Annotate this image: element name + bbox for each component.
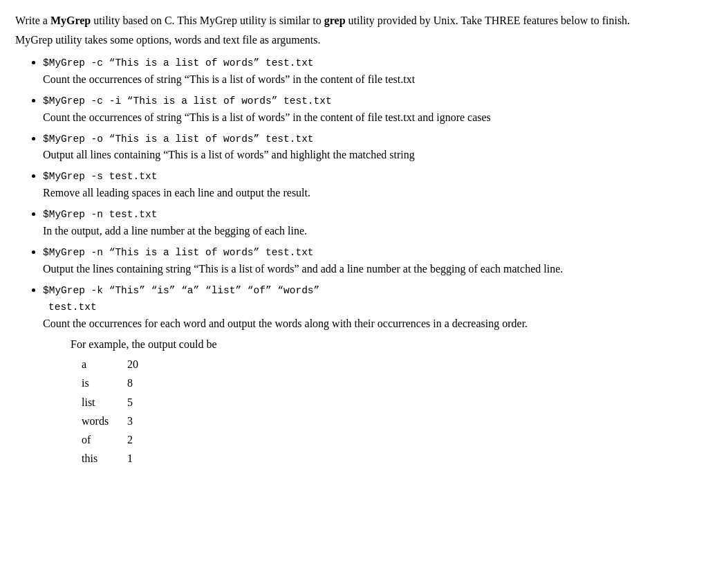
item-desc: Count the occurrences of string “This is… <box>43 73 415 85</box>
intro-pre: Write a <box>15 15 50 26</box>
item-desc: Count the occurrences for each word and … <box>43 318 528 329</box>
example-num: 20 <box>127 355 148 374</box>
example-row: this1 <box>82 449 693 468</box>
item-code-line2: test.txt <box>48 302 97 313</box>
intro-bold1: MyGrep <box>50 15 91 26</box>
item-code: $MyGrep -o “This is a list of words” tes… <box>43 134 314 145</box>
item-desc: In the output, add a line number at the … <box>43 225 307 237</box>
item-desc: Output all lines containing “This is a l… <box>43 149 415 160</box>
example-row: words3 <box>82 412 693 430</box>
item-desc: Output the lines containing string “This… <box>43 263 563 275</box>
example-block: For example, the output could bea20is8li… <box>71 335 693 468</box>
example-word: is <box>82 374 116 392</box>
list-item: $MyGrep -k “This” “is” “a” “list” “of” “… <box>43 282 693 468</box>
item-code: $MyGrep -n “This is a list of words” tes… <box>43 247 314 258</box>
example-intro: For example, the output could be <box>71 335 693 353</box>
example-word: this <box>82 449 116 468</box>
intro-bold2: grep <box>324 15 346 26</box>
subtitle: MyGrep utility takes some options, words… <box>15 32 693 48</box>
list-item: $MyGrep -c -i “This is a list of words” … <box>43 92 693 126</box>
list-item: $MyGrep -c “This is a list of words” tes… <box>43 54 693 88</box>
example-num: 8 <box>127 374 148 392</box>
example-num: 2 <box>127 430 148 449</box>
features-list: $MyGrep -c “This is a list of words” tes… <box>15 54 693 468</box>
intro-end: utility provided by Unix. Take THREE fea… <box>346 15 631 26</box>
list-item: $MyGrep -n “This is a list of words” tes… <box>43 244 693 277</box>
example-word: a <box>82 355 116 374</box>
example-word: list <box>82 393 116 412</box>
list-item: $MyGrep -s test.txtRemove all leading sp… <box>43 167 693 201</box>
page-content: Write a MyGrep utility based on C. This … <box>15 12 693 468</box>
example-num: 3 <box>127 412 148 430</box>
item-code-line1: $MyGrep -k “This” “is” “a” “list” “of” “… <box>43 285 319 296</box>
item-desc: Count the occurrences of string “This is… <box>43 111 491 123</box>
example-row: is8 <box>82 374 693 392</box>
example-word: words <box>82 412 116 430</box>
list-item: $MyGrep -n test.txtIn the output, add a … <box>43 205 693 239</box>
example-row: of2 <box>82 430 693 449</box>
example-row: a20 <box>82 355 693 374</box>
intro-line1: Write a MyGrep utility based on C. This … <box>15 12 693 29</box>
example-table: a20is8list5words3of2this1 <box>82 355 693 468</box>
item-code: $MyGrep -c “This is a list of words” tes… <box>43 57 314 68</box>
item-code: $MyGrep -c -i “This is a list of words” … <box>43 95 332 107</box>
example-row: list5 <box>82 393 693 412</box>
item-code: $MyGrep -s test.txt <box>43 171 157 182</box>
item-desc: Remove all leading spaces in each line a… <box>43 187 310 199</box>
example-num: 1 <box>127 449 148 468</box>
example-num: 5 <box>127 393 148 412</box>
item-code: $MyGrep -n test.txt <box>43 209 157 220</box>
list-item: $MyGrep -o “This is a list of words” tes… <box>43 130 693 164</box>
example-word: of <box>82 430 116 449</box>
intro-mid: utility based on C. This MyGrep utility … <box>91 15 324 26</box>
